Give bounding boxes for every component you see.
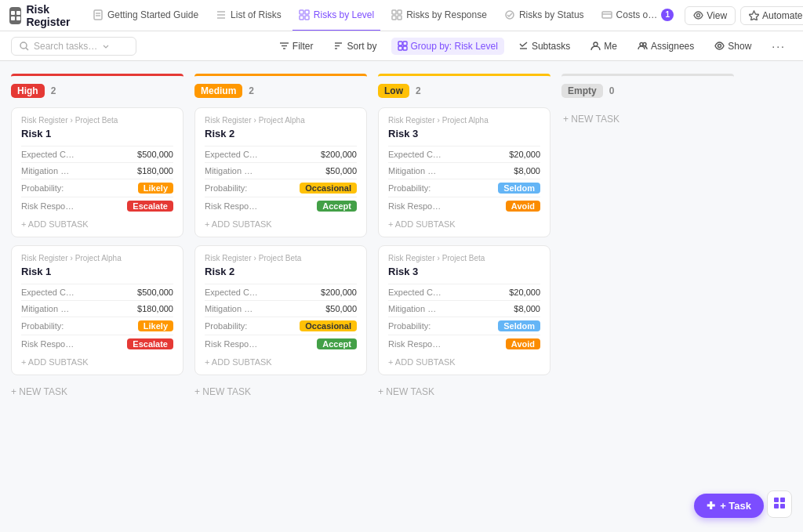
new-task-button-empty[interactable]: + NEW TASK	[561, 107, 734, 131]
add-subtask-button[interactable]: + ADD SUBTASK	[205, 353, 357, 367]
me-button[interactable]: Me	[584, 38, 623, 55]
card-field-value: $20,000	[509, 150, 540, 159]
assignees-icon	[638, 41, 648, 51]
card-field-value: Occasional	[300, 183, 357, 194]
card-field-label: Probability:	[21, 321, 64, 331]
breadcrumb-sep: ›	[70, 116, 72, 125]
search-icon	[20, 42, 29, 51]
add-subtask-button[interactable]: + ADD SUBTASK	[205, 215, 357, 229]
card-field: Probability:Occasional	[205, 179, 357, 197]
card-field: Probability:Likely	[21, 179, 173, 197]
card-field-label: Mitigation …	[388, 304, 436, 313]
card-high-0[interactable]: Risk Register › Project BetaRisk 1Expect…	[11, 107, 183, 237]
breadcrumb-part: Project Beta	[442, 254, 485, 262]
breadcrumb-sep: ›	[253, 254, 256, 262]
svg-point-21	[697, 14, 700, 17]
breadcrumb-sep: ›	[253, 116, 256, 125]
card-field-label: Probability:	[205, 183, 247, 193]
add-subtask-button[interactable]: + ADD SUBTASK	[388, 215, 540, 229]
card-low-1[interactable]: Risk Register › Project BetaRisk 3Expect…	[378, 245, 550, 375]
svg-rect-16	[392, 16, 396, 20]
add-subtask-button[interactable]: + ADD SUBTASK	[21, 353, 173, 367]
automate-button[interactable]: Automate	[740, 6, 803, 25]
tab-costs[interactable]: Costs o… 1	[595, 0, 681, 31]
tab-costs-label: Costs o…	[616, 9, 658, 20]
card-title: Risk 2	[205, 128, 357, 139]
logo-icon	[9, 7, 21, 24]
show-button[interactable]: Show	[708, 38, 758, 55]
add-subtask-button[interactable]: + ADD SUBTASK	[21, 215, 173, 229]
add-task-fab[interactable]: ✚ + Task	[694, 494, 764, 518]
card-field-label: Mitigation …	[21, 304, 69, 313]
card-breadcrumb: Risk Register › Project Alpha	[205, 116, 357, 125]
tab-risks-by-response-label: Risks by Response	[406, 9, 487, 20]
tab-risks-by-response[interactable]: Risks by Response	[385, 0, 493, 31]
new-task-button-medium[interactable]: + NEW TASK	[194, 383, 367, 400]
grid-view-button[interactable]	[767, 490, 792, 518]
view-button[interactable]: View	[685, 6, 736, 25]
card-low-0[interactable]: Risk Register › Project AlphaRisk 3Expec…	[378, 107, 550, 237]
card-field-label: Mitigation …	[205, 304, 253, 313]
nav-right-actions: View Automate Share	[685, 6, 803, 25]
group-by-button[interactable]: Group by: Risk Level	[391, 38, 504, 55]
card-breadcrumb: Risk Register › Project Alpha	[388, 116, 540, 125]
card-medium-1[interactable]: Risk Register › Project BetaRisk 2Expect…	[194, 245, 367, 375]
card-field-label: Mitigation …	[205, 166, 253, 176]
svg-point-43	[643, 43, 646, 46]
breadcrumb-part: Risk Register	[21, 116, 67, 125]
card-field-label: Expected C…	[205, 150, 258, 159]
card-field-label: Risk Respo…	[21, 201, 74, 211]
card-breadcrumb: Risk Register › Project Beta	[388, 254, 540, 262]
me-icon	[590, 41, 601, 51]
card-medium-0[interactable]: Risk Register › Project AlphaRisk 2Expec…	[194, 107, 367, 237]
svg-rect-0	[11, 11, 15, 15]
filter-button[interactable]: Filter	[273, 38, 320, 55]
subtasks-label: Subtasks	[532, 41, 570, 52]
card-high-1[interactable]: Risk Register › Project AlphaRisk 1Expec…	[11, 245, 183, 375]
tab-risks-by-level[interactable]: Risks by Level	[292, 0, 380, 31]
breadcrumb-part: Risk Register	[388, 116, 434, 125]
sort-by-button[interactable]: Sort by	[327, 38, 383, 55]
card-field: Expected C…$200,000	[205, 284, 357, 300]
tab-risks-by-level-label: Risks by Level	[314, 9, 374, 20]
more-options-button[interactable]: ···	[765, 37, 792, 56]
search-box[interactable]: Search tasks…	[11, 37, 136, 56]
card-field-label: Probability:	[388, 321, 431, 331]
col-badge-low: Low	[378, 84, 409, 98]
card-field: Risk Respo…Avoid	[388, 335, 540, 353]
subtasks-button[interactable]: Subtasks	[512, 38, 576, 55]
tab-risks-by-status[interactable]: Risks by Status	[498, 0, 590, 31]
search-dropdown-icon	[102, 42, 110, 50]
card-field-value: Likely	[138, 183, 173, 194]
col-header-high: High 2	[11, 82, 183, 100]
tab-list-of-risks-label: List of Risks	[231, 9, 282, 20]
app-title: Risk Register	[26, 3, 75, 28]
tab-getting-started[interactable]: Getting Started Guide	[86, 0, 205, 31]
card-field: Mitigation …$8,000	[388, 162, 540, 179]
fab-icon: ✚	[707, 500, 715, 512]
card-field-value: $20,000	[509, 288, 540, 297]
card-field-value: $200,000	[321, 288, 357, 297]
tab-list-of-risks[interactable]: List of Risks	[209, 0, 288, 31]
new-task-button-high[interactable]: + NEW TASK	[11, 383, 183, 400]
breadcrumb-sep: ›	[437, 254, 439, 262]
svg-rect-2	[11, 16, 15, 20]
svg-rect-1	[16, 11, 20, 15]
new-task-button-low[interactable]: + NEW TASK	[378, 383, 550, 400]
svg-rect-47	[774, 504, 779, 508]
col-badge-empty: Empty	[561, 84, 603, 98]
svg-marker-22	[749, 11, 759, 20]
svg-point-28	[20, 42, 27, 49]
toolbar: Search tasks… Filter Sort by Group by: R…	[0, 31, 803, 61]
card-field-value: $8,000	[514, 166, 540, 176]
card-field-label: Mitigation …	[21, 166, 69, 176]
card-title: Risk 2	[205, 266, 357, 277]
add-subtask-button[interactable]: + ADD SUBTASK	[388, 353, 540, 367]
card-field-label: Expected C…	[205, 288, 258, 297]
svg-rect-10	[300, 10, 303, 14]
col-header-medium: Medium 2	[194, 82, 367, 100]
automate-label: Automate	[762, 10, 802, 21]
col-count-empty: 0	[609, 85, 615, 96]
assignees-button[interactable]: Assignees	[631, 38, 700, 55]
show-icon	[714, 41, 725, 51]
